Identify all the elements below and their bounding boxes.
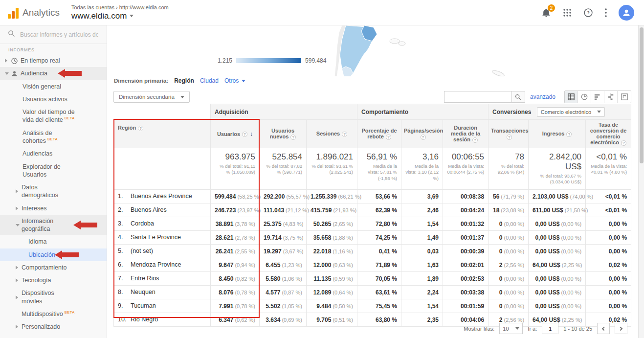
metric-cell: 12.089 (0,64 %) [307,285,357,299]
region-link[interactable]: Tucuman [131,302,156,309]
group-adquisicion: Adquisición [211,104,357,120]
sidebar-item-behavior[interactable]: Comportamiento [0,261,107,274]
column-header-usuarios-nuevos[interactable]: Usuarios nuevos [260,120,307,148]
analytics-logo[interactable]: Analytics [0,7,64,19]
ecommerce-selector[interactable]: Comercio electrónico [537,107,605,117]
sidebar-item-demographics[interactable]: Datos demográficos [0,181,107,202]
help-icon[interactable] [472,137,478,143]
metric-cell: 111.043 (21,12 %) [260,203,307,217]
pivot-view-icon[interactable] [618,91,631,103]
performance-view-icon[interactable] [591,91,604,103]
account-selector[interactable]: www.eldia.com [71,11,169,21]
help-icon[interactable] [342,132,347,137]
table-search-input[interactable] [444,91,511,103]
column-header-paginas-sesion[interactable]: Páginas/sesión [401,120,443,148]
comparison-view-icon[interactable] [604,91,618,103]
metric-cell: 70,05 % [357,271,401,285]
sidebar-item-lifetime-value[interactable]: Valor del tiempo de vida del clienteBETA [0,106,107,127]
help-circle-icon[interactable]: ? [583,8,593,18]
previous-page-button[interactable] [597,323,610,334]
column-header-rebote[interactable]: Porcentaje de rebote [357,120,401,148]
next-page-button[interactable] [615,323,627,334]
help-icon[interactable] [386,135,391,140]
dimension-other[interactable]: Otros [224,77,245,84]
search-input[interactable] [20,31,98,38]
chevron-right-icon [16,295,22,299]
region-link[interactable]: Santa Fe Province [131,234,181,241]
sidebar-item-realtime[interactable]: En tiempo real [0,54,107,67]
column-header-duracion[interactable]: Duración media de la sesión [443,120,489,148]
help-icon[interactable] [421,135,426,140]
region-link[interactable]: Buenos Aires [131,206,167,213]
sidebar-item-active-users[interactable]: Usuarios activos [0,93,107,106]
report-table: Adquisición Comportamiento Conversiones … [113,104,631,327]
legend-max: 599.484 [305,57,326,64]
legend-gradient-bar [236,58,301,63]
notifications-bell-icon[interactable]: 2 [541,8,551,18]
user-avatar[interactable] [619,5,634,21]
column-header-usuarios[interactable]: Usuarios [211,120,260,148]
table-view-icon[interactable] [565,91,578,103]
apps-grid-icon[interactable] [563,8,572,17]
vertical-scrollbar[interactable] [638,25,644,338]
help-icon[interactable] [242,132,247,137]
sidebar-item-mobile[interactable]: Dispositivos móviles [0,287,107,308]
region-link[interactable]: Entre Rios [131,275,159,282]
chevron-right-icon [16,325,22,329]
metric-cell: 4.577 (0,87 %) [260,285,307,299]
advanced-link[interactable]: avanzado [530,93,555,100]
column-header-tasa-conversion[interactable]: Tasa de conversión de comercio electróni… [586,120,631,148]
dimension-city[interactable]: Ciudad [200,77,219,84]
help-icon[interactable] [566,132,572,137]
sidebar-item-technology[interactable]: Tecnología [0,274,107,287]
percentage-view-icon[interactable] [578,91,591,103]
account-name: www.eldia.com [71,11,127,21]
column-header-transacciones[interactable]: Transacciones [489,120,529,148]
sidebar-item-geo[interactable]: Información geográfica [0,215,107,236]
metric-cell: 0,41 % [357,244,401,258]
region-link[interactable]: Mendoza Province [131,261,181,268]
help-icon[interactable] [290,135,296,140]
metric-cell: 0,00 US$ (0,00 %) [529,299,586,313]
sidebar-item-user-explorer[interactable]: Explorador de Usuarios [0,160,107,181]
column-header-sesiones[interactable]: Sesiones [307,120,357,148]
metric-cell: 0,00 % [586,285,631,299]
geo-map[interactable]: 1.215 599.484 [107,25,638,76]
help-icon[interactable] [621,140,626,146]
sidebar-item-audience[interactable]: Audiencia [0,67,107,80]
sidebar-item-audiences[interactable]: Audiencias [0,147,107,160]
rows-per-page-select[interactable]: 10 [499,323,523,334]
region-link[interactable]: Rio Negro [131,316,158,323]
goto-page-input[interactable] [542,323,558,334]
metric-cell: 00:08:38 [443,189,489,203]
sidebar-item-location[interactable]: Ubicación [0,248,107,261]
region-link[interactable]: Buenos Aires Province [131,193,192,200]
overflow-menu-icon[interactable] [605,8,607,17]
sidebar-item-custom[interactable]: Personalizado [0,320,107,333]
sidebar-item-interests[interactable]: Intereses [0,202,107,215]
help-icon[interactable] [507,135,512,140]
secondary-dimension-button[interactable]: Dimensión secundaria [113,91,190,103]
dimension-region[interactable]: Región [174,77,194,84]
sidebar-item-cross-device[interactable]: MultidispositivoBETA [0,308,107,320]
metric-cell: 0,00 % [586,244,631,258]
region-link[interactable]: Neuquen [131,289,155,295]
help-icon[interactable] [138,126,143,131]
analytics-logo-icon [8,7,19,19]
search-icon [8,30,15,39]
sidebar-item-overview[interactable]: Visión general [0,80,107,93]
scrollbar-thumb[interactable] [640,27,644,163]
region-link[interactable]: (not set) [131,248,153,254]
chevron-right-icon [16,206,22,210]
row-range-label: 1 - 10 de 25 [563,326,592,332]
breadcrumb: Todas las cuentas › http://www.eldia.com [71,4,169,10]
column-header-region[interactable]: Región [114,120,211,148]
metric-cell: 53,66 % [357,189,401,203]
column-header-ingresos[interactable]: Ingresos [529,120,586,148]
sidebar-search[interactable] [0,25,107,44]
table-search-button[interactable] [511,91,525,103]
svg-text:?: ? [587,10,590,15]
sidebar-item-cohort-analysis[interactable]: Análisis de cohortesBETA [0,127,107,148]
sidebar-item-language[interactable]: Idioma [0,235,107,248]
region-link[interactable]: Cordoba [131,220,154,227]
